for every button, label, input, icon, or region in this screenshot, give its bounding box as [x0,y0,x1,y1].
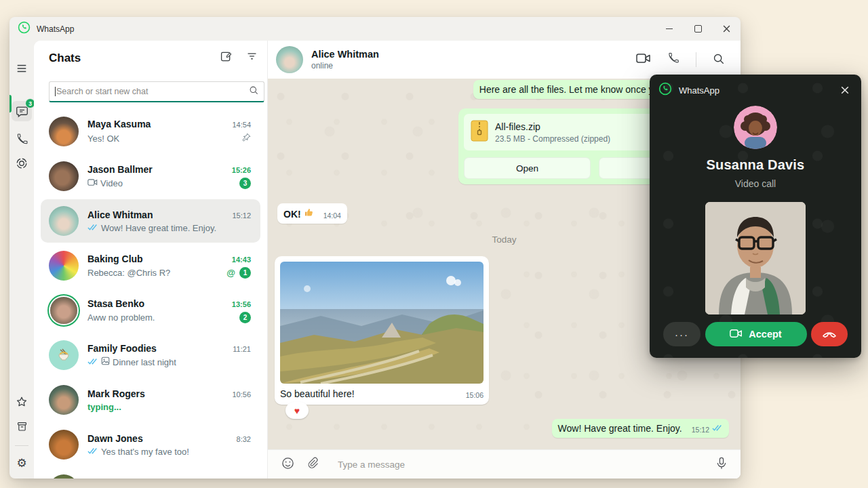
file-name: All-files.zip [495,121,610,132]
decline-call-icon [822,328,837,340]
chat-list-item-mark[interactable]: Mark Rogers10:56 typing... [41,378,260,422]
video-call-icon[interactable] [636,53,651,66]
chat-list-item-jason[interactable]: Jason Ballmer15:26 Video 3 [41,155,260,198]
message-input[interactable] [336,459,704,470]
composer-bar [268,449,741,479]
read-ticks-icon [87,357,98,367]
read-ticks-icon [712,423,723,434]
filter-icon[interactable] [246,50,258,66]
whatsapp-logo-icon [658,82,672,98]
photo-caption: So beautiful here! [280,388,355,399]
message-outgoing[interactable]: Wow! Have great time. Enjoy. 15:12 [552,419,729,438]
window-title: WhatsApp [37,24,74,34]
popup-title: WhatsApp [679,85,719,96]
search-input[interactable] [49,81,264,102]
avatar [49,385,79,415]
chat-list: Maya Kasuma14:54 Yes! OK Jason Ballmer15… [34,108,267,479]
close-icon[interactable] [712,17,741,41]
noodle-bowl-icon [54,346,73,365]
unread-badge: 1 [239,267,251,279]
avatar [49,251,79,281]
whatsapp-window: WhatsApp 3 [9,17,741,479]
chat-list-item-stasa[interactable]: Stasa Benko13:56 Aww no problem. 2 [41,289,260,332]
active-nav-indicator [9,95,12,113]
conversation-header: Alice Whitman online [268,41,741,79]
emoji-icon[interactable] [281,457,294,472]
chat-list-item-family-foodies[interactable]: Family Foodies11:21 Dinner last night [41,333,260,377]
caller-video-preview [705,202,806,314]
contact-name: Alice Whitman [311,49,379,60]
pin-icon [242,132,251,144]
mention-icon: @ [226,268,235,278]
more-options-button[interactable]: ··· [663,322,701,346]
zip-icon [471,120,488,144]
caller-name: Susanna Davis [650,157,861,173]
chat-list-item-maya[interactable]: Maya Kasuma14:54 Yes! OK [41,110,260,153]
photo-icon [101,357,110,367]
search-chat-icon[interactable] [713,53,724,67]
thumbs-up-icon [304,207,314,220]
sidebar-item-calls[interactable] [12,129,32,149]
attach-icon[interactable] [307,457,319,472]
message-incoming[interactable]: OK! 14:04 [277,203,347,224]
avatar-with-status-ring [50,297,77,324]
heart-reaction[interactable]: ♥ [285,402,309,419]
video-icon [87,178,98,188]
chat-list-item-alice[interactable]: Alice Whitman15:12 Wow! Have great time.… [41,199,260,243]
unread-badge: 2 [239,312,251,323]
nav-rail: 3 ⚙ [9,41,34,479]
voice-call-icon[interactable] [667,52,679,67]
desktop: WhatsApp 3 [0,0,868,488]
search-field[interactable] [56,87,249,96]
sidebar-item-chats[interactable]: 3 [12,101,32,121]
chat-list-item-ziggy[interactable]: Ziggy Woodley8:13 [41,468,260,479]
decline-call-button[interactable] [811,322,848,346]
sidebar-item-settings[interactable]: ⚙ [12,453,32,473]
maximize-icon[interactable] [684,17,712,41]
chat-list-item-baking-club[interactable]: Baking Club14:43 Rebecca: @Chris R? @1 [41,244,260,287]
contact-avatar[interactable] [276,46,303,73]
read-ticks-icon [87,223,98,233]
page-title: Chats [49,52,81,65]
avatar [49,340,79,370]
chat-list-panel: Chats [34,41,267,479]
text-caret [55,87,56,96]
sidebar-item-profile[interactable] [12,477,32,479]
caller-avatar [734,106,777,149]
mic-icon[interactable] [716,457,727,472]
video-icon [730,329,743,340]
close-icon[interactable] [835,81,854,100]
contact-status: online [311,61,379,70]
call-type: Video call [650,178,861,189]
sidebar-item-status[interactable] [12,153,32,174]
avatar [49,117,79,146]
whatsapp-logo-icon [18,21,31,37]
header-divider [696,52,696,67]
open-file-button[interactable]: Open [464,157,591,179]
accept-call-button[interactable]: Accept [705,322,807,346]
rail-divider [15,445,28,446]
sidebar-item-archive[interactable] [12,416,32,436]
read-ticks-icon [87,447,98,457]
menu-icon[interactable] [12,58,32,79]
avatar [49,206,79,236]
file-meta: 23.5 MB - Compressed (zipped) [495,134,610,144]
titlebar: WhatsApp [9,17,741,41]
new-chat-icon[interactable] [220,50,233,66]
search-icon [249,85,258,98]
unread-badge: 3 [239,178,251,189]
minimize-icon[interactable] [655,17,684,41]
chat-list-item-dawn[interactable]: Dawn Jones8:32 Yes that's my fave too! [41,423,260,466]
photo-thumbnail[interactable] [280,262,484,384]
avatar [49,430,79,460]
incoming-call-popup: WhatsApp Susanna Davis Video call [650,75,861,358]
settings-icon: ⚙ [16,458,26,469]
avatar [49,474,79,479]
message-photo[interactable]: So beautiful here! 15:06 [275,256,489,405]
avatar [49,161,79,191]
sidebar-item-starred[interactable] [12,392,32,412]
